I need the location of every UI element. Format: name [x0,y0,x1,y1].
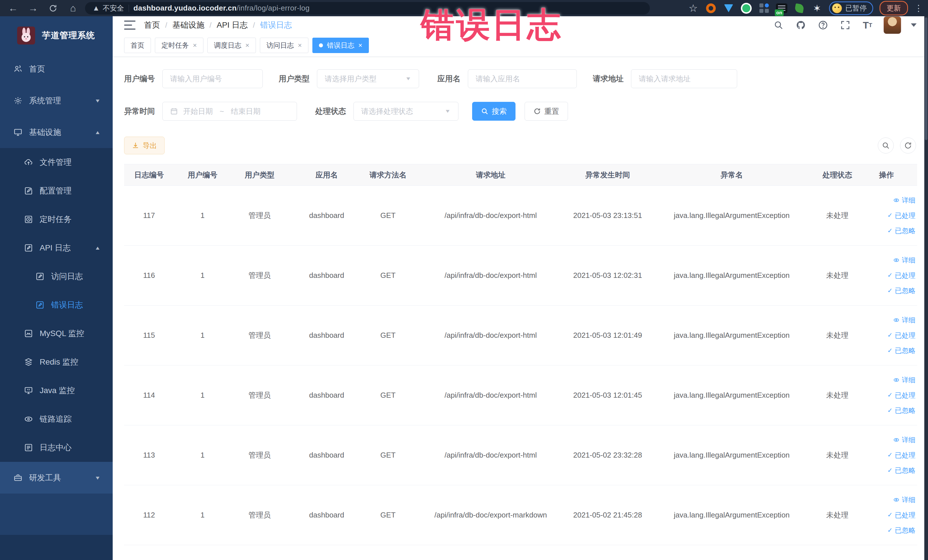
mark-processed-link[interactable]: ✓已处理 [887,391,916,400]
app-logo-row[interactable]: 芋道管理系统 [0,16,113,53]
scrollbar-thumb[interactable] [925,17,927,140]
sidebar-item-label: Java 监控 [40,385,113,396]
cell-actions: 详细 ✓已处理 ✓已忽略 [856,425,917,485]
close-icon[interactable]: × [193,41,197,49]
user-type-label: 用户类型 [279,73,310,84]
cell-user-type: 管理员 [231,425,288,485]
detail-link[interactable]: 详细 [893,255,916,265]
detail-link[interactable]: 详细 [893,375,916,385]
date-range-picker[interactable]: 开始日期 ~ 结束日期 [162,102,297,121]
sidebar-item-file-manage[interactable]: 文件管理 [0,148,113,177]
cloud-upload-icon [24,157,34,167]
mark-ignored-link[interactable]: ✓已忽略 [887,406,916,415]
people-icon [13,64,23,74]
detail-link[interactable]: 详细 [893,435,916,445]
request-url-input[interactable] [639,75,730,83]
mark-processed-link[interactable]: ✓已处理 [887,450,916,460]
sidebar-item-mysql[interactable]: MySQL 监控 [0,319,113,348]
profile-paused-pill[interactable]: 已暂停 [829,2,873,15]
breadcrumb-item[interactable]: API 日志 [217,20,247,31]
sidebar-item-job[interactable]: 定时任务 [0,205,113,233]
export-button-label: 导出 [143,141,157,150]
search-icon[interactable] [772,19,785,31]
browser-home-button[interactable]: ⌂ [65,2,81,15]
browser-menu-kebab-icon[interactable]: ⋮ [914,3,923,13]
detail-link[interactable]: 详细 [893,495,916,505]
browser-forward-button[interactable]: → [25,2,41,15]
sidebar-item-access-log[interactable]: 访问日志 [0,262,113,291]
sidebar-item-label: 配置管理 [40,185,113,196]
github-icon[interactable] [795,19,807,31]
user-avatar[interactable] [884,16,901,34]
fullscreen-icon[interactable] [839,19,852,31]
mark-ignored-link[interactable]: ✓已忽略 [887,346,916,356]
extension-green-circle-icon[interactable] [740,3,752,14]
chevron-up-icon: ▲ [95,129,101,135]
close-icon[interactable]: × [298,41,302,49]
user-menu-caret-icon[interactable] [911,23,917,27]
close-icon[interactable]: × [245,41,249,49]
eye-icon [893,197,899,203]
security-warning[interactable]: ▲ 不安全 [92,3,124,13]
user-id-input[interactable] [170,75,255,83]
cell-user-id: 1 [174,365,231,425]
extension-orange-donut-icon[interactable] [705,3,717,14]
browser-address-bar[interactable]: ▲ 不安全 dashboard.yudao.iocoder.cn/infra/l… [85,2,650,15]
mark-processed-link[interactable]: ✓已处理 [887,331,916,340]
sidebar-item-system[interactable]: 系统管理 ▼ [0,85,113,116]
font-size-icon[interactable]: TT [861,19,874,31]
browser-reload-button[interactable] [45,2,61,15]
tab-job[interactable]: 定时任务 × [155,38,203,53]
mark-processed-link[interactable]: ✓已处理 [887,211,916,221]
process-status-select[interactable]: 请选择处理状态 ▼ [353,102,458,121]
export-button[interactable]: 导出 [124,137,165,154]
mark-ignored-link[interactable]: ✓已忽略 [887,286,916,296]
table-tools [878,137,916,154]
detail-link[interactable]: 详细 [893,315,916,325]
sidebar-item-trace[interactable]: 链路追踪 [0,405,113,433]
tab-job-log[interactable]: 调度日志 × [208,38,256,53]
app-name-input[interactable] [476,75,569,83]
mark-ignored-link[interactable]: ✓已忽略 [887,465,916,475]
window-scrollbar[interactable] [924,16,928,560]
extension-blue-drop-icon[interactable] [723,3,734,14]
bookmark-star-icon[interactable]: ☆ [687,3,699,14]
refresh-table-button[interactable] [900,137,916,154]
cell-actions: 详细 ✓已处理 ✓已忽略 [856,485,917,545]
check-icon: ✓ [887,406,893,415]
sidebar-item-redis[interactable]: Redis 监控 [0,348,113,376]
close-icon[interactable]: × [358,41,362,49]
mark-processed-link[interactable]: ✓已处理 [887,271,916,281]
extensions-puzzle-icon[interactable]: ✶ [811,3,823,14]
sidebar-item-dev-tools[interactable]: 研发工具 ▼ [0,462,113,493]
user-type-select[interactable]: 请选择用户类型 ▼ [317,69,419,88]
browser-update-button[interactable]: 更新 [879,1,908,15]
sidebar-item-infra[interactable]: 基础设施 ▲ [0,116,113,148]
search-button[interactable]: 搜索 [472,102,516,121]
tab-error-log[interactable]: 错误日志 × [312,38,369,53]
extension-leaf-icon[interactable] [794,3,805,14]
sidebar-item-java[interactable]: Java 监控 [0,376,113,405]
mark-ignored-link[interactable]: ✓已忽略 [887,525,916,535]
sidebar-item-config-manage[interactable]: 配置管理 [0,177,113,205]
mark-processed-link[interactable]: ✓已处理 [887,510,916,520]
eye-icon [893,257,899,263]
browser-back-button[interactable]: ← [5,2,21,15]
sidebar-item-api-log[interactable]: API 日志 ▲ [0,233,113,262]
sidebar-item-home[interactable]: 首页 [0,53,113,85]
sidebar-item-error-log[interactable]: 错误日志 [0,291,113,319]
extension-switch-icon[interactable]: on [776,3,788,14]
reset-button[interactable]: 重置 [525,102,568,121]
sidebar-item-log-center[interactable]: 日志中心 [0,433,113,462]
help-icon[interactable] [817,19,829,31]
detail-link[interactable]: 详细 [893,195,916,205]
check-icon: ✓ [887,466,893,475]
breadcrumb-item[interactable]: 首页 [144,20,160,31]
extension-grid-icon[interactable] [758,3,770,14]
mark-ignored-link[interactable]: ✓已忽略 [887,226,916,236]
collapse-sidebar-icon[interactable] [124,21,136,30]
tab-home[interactable]: 首页 [124,38,151,53]
breadcrumb-item[interactable]: 基础设施 [172,20,204,31]
tab-access-log[interactable]: 访问日志 × [260,38,308,53]
hide-search-button[interactable] [878,137,894,154]
